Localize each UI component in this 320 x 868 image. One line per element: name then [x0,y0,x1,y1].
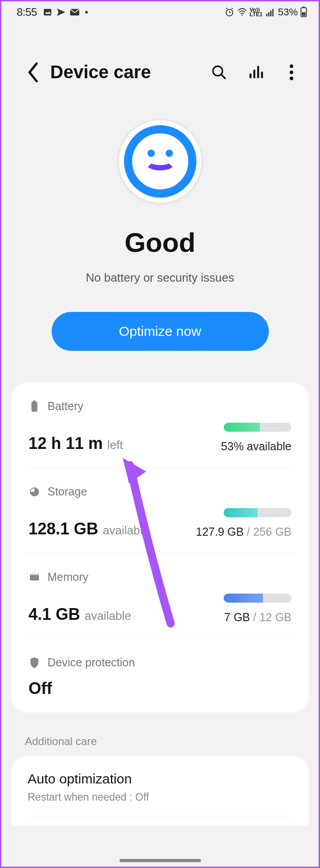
auto-opt-title: Auto optimization [28,771,292,787]
svg-rect-15 [249,73,251,78]
battery-label: Battery [48,400,83,413]
svg-rect-10 [268,12,269,16]
svg-rect-16 [253,70,255,78]
storage-bar [224,508,291,517]
page-title: Device care [50,62,210,82]
auto-opt-subtitle: Restart when needed : Off [28,791,292,803]
memory-label: Memory [48,571,88,584]
status-right: Vo)) LTE1 53% [224,6,307,18]
divider [28,816,292,816]
alarm-icon [224,7,234,17]
device-stats-card: Battery 12 h 11 m left 53% available Sto… [11,382,309,712]
optimize-now-button[interactable]: Optimize now [52,312,269,351]
wifi-icon [237,7,247,17]
svg-rect-12 [272,9,274,16]
status-subtitle: No battery or security issues [19,271,301,285]
memory-suffix: available [85,609,131,623]
send-icon [56,7,66,17]
svg-point-8 [241,14,243,16]
more-notifications-dot [85,11,88,14]
battery-icon [29,401,40,412]
additional-care-card: Auto optimization Restart when needed : … [11,756,309,826]
battery-percent: 53% [278,6,298,18]
svg-line-7 [231,8,233,9]
memory-row[interactable]: Memory 4.1 GB available 7 GB / 12 GB [25,553,295,639]
memory-icon [29,571,40,583]
battery-suffix: left [107,438,123,452]
svg-point-21 [290,76,293,80]
svg-rect-23 [33,401,35,402]
device-protection-row[interactable]: Device protection Off [25,639,295,712]
storage-usage-text: 127.9 GB / 256 GB [196,525,291,538]
back-button[interactable] [24,63,42,81]
battery-available-text: 53% available [221,440,291,453]
storage-row[interactable]: Storage 128.1 GB available 127.9 GB / 25… [25,468,295,553]
svg-point-19 [290,64,293,68]
signal-icon [265,7,275,17]
protection-value: Off [29,679,291,698]
search-button[interactable] [210,63,228,81]
svg-line-14 [221,74,225,78]
memory-usage-text: 7 GB / 12 GB [224,611,291,624]
memory-bar [224,594,291,603]
storage-label: Storage [48,485,87,498]
svg-rect-11 [270,10,272,16]
storage-suffix: available [103,524,149,538]
device-status-hero: Good No battery or security issues Optim… [1,100,319,351]
memory-value: 4.1 GB [29,605,80,624]
svg-line-6 [226,8,227,9]
image-icon [43,7,53,17]
svg-rect-0 [43,9,51,16]
mail-icon [70,7,80,17]
storage-icon [29,486,40,498]
status-smiley-icon [117,118,203,204]
status-left: 8:55 [17,6,88,19]
battery-bar [224,423,291,432]
svg-rect-25 [30,575,39,580]
status-time: 8:55 [17,6,37,19]
additional-care-heading: Additional care [25,735,295,748]
svg-rect-22 [32,401,38,411]
status-bar: 8:55 Vo)) LTE1 53% [1,1,319,21]
battery-value: 12 h 11 m [29,434,103,453]
battery-row[interactable]: Battery 12 h 11 m left 53% available [25,382,295,468]
battery-icon [301,7,307,17]
protection-label: Device protection [48,656,135,669]
svg-rect-17 [257,66,259,78]
app-header: Device care [1,21,319,100]
auto-optimization-row[interactable]: Auto optimization Restart when needed : … [28,771,292,803]
storage-value: 128.1 GB [29,519,98,538]
svg-rect-18 [261,71,263,78]
status-title: Good [19,227,301,258]
more-options-button[interactable] [282,63,301,81]
svg-rect-9 [266,14,267,16]
volte-label: Vo)) LTE1 [250,8,263,17]
shield-icon [29,657,40,669]
svg-point-20 [290,71,293,74]
home-indicator[interactable] [119,859,201,862]
chart-button[interactable] [246,63,264,81]
